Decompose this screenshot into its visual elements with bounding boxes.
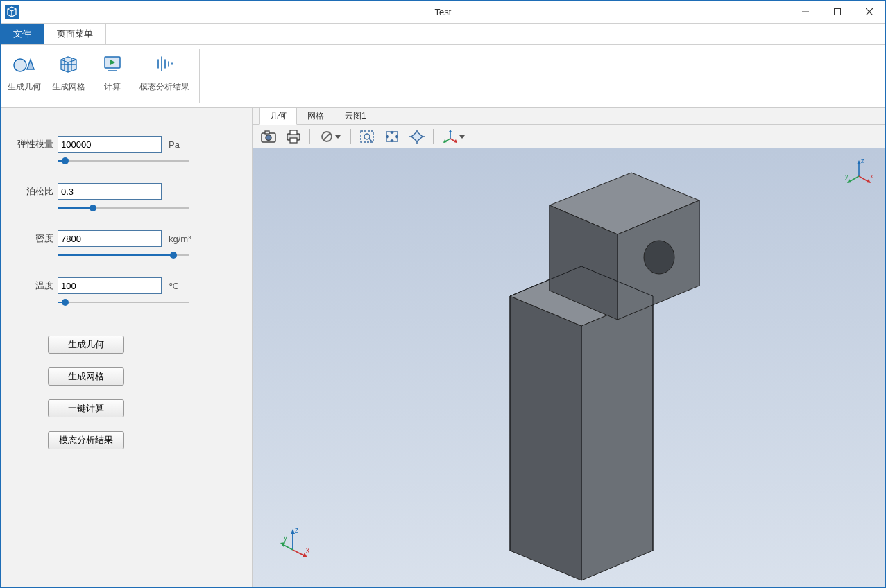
results-button[interactable]: 模态分析结果 bbox=[48, 431, 124, 449]
temperature-label: 温度 bbox=[15, 279, 53, 292]
maximize-button[interactable] bbox=[821, 1, 853, 23]
svg-marker-60 bbox=[280, 542, 285, 547]
global-axis-triad: z y x bbox=[845, 157, 876, 187]
menu-tab-page[interactable]: 页面菜单 bbox=[44, 24, 106, 44]
viewer-panel: 几何 网格 云图1 bbox=[253, 108, 885, 587]
view-orientation-dropdown[interactable] bbox=[439, 127, 468, 146]
svg-marker-23 bbox=[335, 135, 341, 139]
properties-sidebar: 弹性模量 Pa 泊松比 密度 k bbox=[1, 108, 253, 587]
viewer-tab-contour1[interactable]: 云图1 bbox=[334, 107, 377, 124]
svg-marker-47 bbox=[581, 296, 653, 580]
poisson-ratio-input[interactable] bbox=[58, 183, 162, 200]
mesh-icon bbox=[57, 51, 80, 77]
viewer-tabs: 几何 网格 云图1 bbox=[253, 108, 885, 125]
svg-point-52 bbox=[644, 241, 674, 274]
elastic-modulus-slider[interactable] bbox=[58, 155, 189, 166]
svg-point-25 bbox=[364, 134, 370, 139]
ribbon-gen-geometry[interactable]: 生成几何 bbox=[6, 49, 42, 103]
svg-rect-19 bbox=[290, 130, 297, 135]
svg-rect-20 bbox=[290, 138, 297, 143]
screenshot-button[interactable] bbox=[258, 127, 279, 146]
zoom-extents-icon bbox=[384, 130, 400, 144]
window-title: Test bbox=[1, 7, 885, 17]
poisson-ratio-label: 泊松比 bbox=[15, 185, 53, 198]
svg-marker-6 bbox=[27, 60, 34, 69]
svg-rect-2 bbox=[835, 9, 841, 15]
gen-geometry-button[interactable]: 生成几何 bbox=[48, 336, 124, 354]
temperature-slider[interactable] bbox=[58, 297, 189, 308]
solid-model bbox=[430, 153, 708, 583]
zoom-extents-button[interactable] bbox=[382, 127, 402, 146]
svg-marker-30 bbox=[449, 130, 452, 132]
menu-tab-file[interactable]: 文件 bbox=[1, 24, 44, 44]
no-select-icon bbox=[320, 130, 334, 144]
svg-text:y: y bbox=[284, 534, 287, 542]
titlebar: Test bbox=[1, 1, 885, 23]
3d-canvas[interactable]: z y x bbox=[253, 148, 885, 587]
zoom-box-icon bbox=[359, 130, 375, 144]
zoom-box-button[interactable] bbox=[357, 127, 377, 146]
density-unit: kg/m³ bbox=[169, 234, 191, 244]
ribbon: 生成几何 生成网格 bbox=[1, 45, 885, 107]
svg-marker-46 bbox=[510, 296, 581, 580]
ribbon-gen-mesh[interactable]: 生成网格 bbox=[51, 49, 87, 103]
compute-button[interactable]: 一键计算 bbox=[48, 399, 124, 417]
ribbon-label: 生成网格 bbox=[52, 81, 85, 93]
svg-line-39 bbox=[849, 176, 859, 182]
poisson-ratio-slider[interactable] bbox=[58, 202, 189, 214]
svg-text:z: z bbox=[295, 526, 298, 534]
close-button[interactable] bbox=[853, 1, 885, 23]
ribbon-label: 生成几何 bbox=[8, 81, 41, 93]
geometry-icon bbox=[12, 51, 37, 77]
elastic-modulus-label: 弹性模量 bbox=[15, 138, 53, 150]
density-label: 密度 bbox=[15, 232, 53, 245]
camera-icon bbox=[261, 130, 276, 144]
svg-point-17 bbox=[266, 135, 271, 140]
axis-triad-icon bbox=[443, 129, 458, 144]
gen-mesh-button[interactable]: 生成网格 bbox=[48, 368, 124, 386]
svg-text:y: y bbox=[845, 173, 849, 180]
svg-line-22 bbox=[323, 133, 330, 140]
svg-line-42 bbox=[859, 176, 869, 182]
ribbon-label: 模态分析结果 bbox=[139, 81, 189, 93]
svg-line-26 bbox=[369, 139, 372, 141]
compute-icon bbox=[101, 51, 124, 77]
svg-point-5 bbox=[14, 59, 26, 71]
minimize-button[interactable] bbox=[790, 1, 821, 23]
ribbon-compute[interactable]: 计算 bbox=[95, 49, 130, 103]
app-icon bbox=[5, 5, 19, 19]
svg-text:z: z bbox=[861, 157, 864, 164]
dropdown-caret-icon bbox=[459, 134, 465, 139]
selection-filter-dropdown[interactable] bbox=[316, 127, 345, 146]
viewer-toolbar bbox=[253, 125, 885, 148]
temperature-input[interactable] bbox=[58, 277, 162, 294]
results-icon bbox=[153, 51, 176, 77]
svg-marker-28 bbox=[411, 132, 423, 141]
ribbon-results[interactable]: 模态分析结果 bbox=[138, 49, 191, 103]
zoom-selected-button[interactable] bbox=[407, 127, 427, 146]
density-slider[interactable] bbox=[58, 250, 189, 261]
svg-text:x: x bbox=[306, 546, 309, 554]
svg-marker-35 bbox=[459, 135, 465, 139]
svg-rect-16 bbox=[265, 131, 269, 134]
menu-bar: 文件 页面菜单 bbox=[1, 23, 885, 45]
temperature-unit: ℃ bbox=[169, 281, 179, 291]
elastic-modulus-input[interactable] bbox=[58, 136, 162, 153]
elastic-modulus-unit: Pa bbox=[169, 139, 180, 150]
viewer-tab-geometry[interactable]: 几何 bbox=[259, 107, 297, 125]
ribbon-label: 计算 bbox=[104, 81, 121, 93]
local-axis-triad: z y x bbox=[280, 525, 315, 560]
printer-icon bbox=[286, 130, 301, 144]
viewer-tab-mesh[interactable]: 网格 bbox=[297, 107, 334, 124]
svg-text:x: x bbox=[870, 173, 874, 180]
print-button[interactable] bbox=[283, 127, 304, 146]
dropdown-caret-icon bbox=[335, 134, 341, 139]
density-input[interactable] bbox=[58, 230, 162, 247]
zoom-selected-icon bbox=[409, 130, 425, 144]
